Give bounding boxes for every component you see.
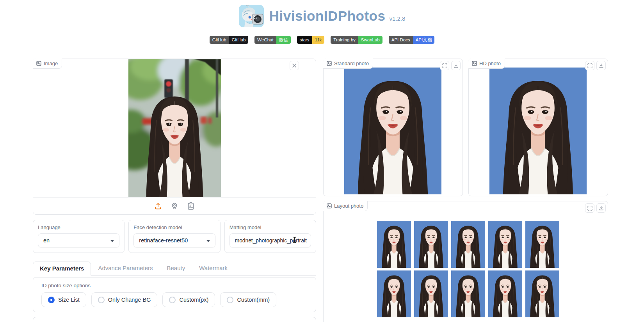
face-model-select[interactable]: retinaface-resnet50 bbox=[133, 233, 215, 247]
text-cursor-pointer bbox=[293, 237, 297, 245]
app-version: v1.2.8 bbox=[389, 15, 405, 22]
clear-image-button[interactable] bbox=[290, 61, 299, 70]
standard-photo-image bbox=[344, 68, 441, 194]
radio-button-icon bbox=[48, 297, 55, 303]
matting-model-selector-panel: Matting model modnet_photographic_portra… bbox=[224, 220, 316, 253]
uploaded-image[interactable] bbox=[33, 59, 316, 197]
layout-grid-photo bbox=[414, 270, 448, 317]
layout-grid-photo bbox=[414, 221, 448, 268]
hd-photo-image bbox=[489, 68, 587, 194]
layout-grid-photo bbox=[451, 270, 485, 317]
hd-photo-panel: HD photo bbox=[468, 59, 608, 196]
badge-github[interactable]: GitHub GitHub bbox=[210, 36, 249, 44]
layout-grid-photo bbox=[525, 270, 559, 317]
size-options-radio-group: Size List Only Change BG Custom(px) Cust… bbox=[41, 292, 308, 307]
fullscreen-icon[interactable] bbox=[440, 61, 449, 70]
radio-button-icon bbox=[169, 297, 176, 303]
badge-wechat[interactable]: WeChat 微信 bbox=[254, 36, 290, 44]
image-panel-label: Image bbox=[33, 59, 62, 69]
tab-watermark[interactable]: Watermark bbox=[192, 261, 235, 275]
image-icon bbox=[36, 61, 41, 66]
language-selector-panel: Language en bbox=[33, 220, 125, 253]
image-icon bbox=[327, 61, 332, 66]
chevron-down-icon bbox=[110, 237, 114, 244]
layout-grid-photo bbox=[377, 270, 411, 317]
image-icon bbox=[472, 61, 477, 66]
language-value: en bbox=[43, 237, 50, 244]
hd-photo-label: HD photo bbox=[468, 59, 505, 69]
standard-photo-label: Standard photo bbox=[323, 59, 373, 69]
fullscreen-icon[interactable] bbox=[585, 203, 594, 213]
layout-grid-photo bbox=[377, 221, 411, 268]
radio-only-change-bg[interactable]: Only Change BG bbox=[91, 292, 158, 307]
radio-button-icon bbox=[98, 297, 105, 303]
radio-button-icon bbox=[227, 297, 233, 303]
language-label: Language bbox=[38, 224, 119, 230]
app-logo-icon bbox=[239, 5, 264, 27]
size-options-label: ID photo size options bbox=[41, 283, 308, 288]
radio-size-list[interactable]: Size List bbox=[41, 292, 86, 307]
badge-api-docs[interactable]: API Docs API文档 bbox=[389, 36, 434, 44]
matting-model-label: Matting model bbox=[229, 224, 311, 230]
tab-key-parameters[interactable]: Key Parameters bbox=[33, 262, 91, 276]
webcam-icon[interactable] bbox=[170, 202, 179, 210]
badge-stars[interactable]: stars 11k bbox=[297, 36, 325, 44]
badge-swanlab[interactable]: Training by SwanLab bbox=[331, 36, 382, 44]
image-icon bbox=[327, 203, 332, 208]
chevron-down-icon bbox=[206, 237, 210, 244]
face-model-selector-panel: Face detection model retinaface-resnet50 bbox=[128, 220, 220, 253]
download-icon[interactable] bbox=[451, 61, 461, 70]
face-model-value: retinaface-resnet50 bbox=[139, 237, 188, 244]
layout-grid-photo bbox=[488, 270, 522, 317]
id-photo-size-options-group: ID photo size options Size List Only Cha… bbox=[33, 277, 316, 312]
matting-model-select[interactable]: modnet_photographic_portrait bbox=[229, 233, 311, 247]
language-select[interactable]: en bbox=[38, 233, 119, 247]
layout-grid-photo bbox=[451, 221, 485, 268]
radio-custom-mm[interactable]: Custom(mm) bbox=[220, 292, 276, 307]
clipboard-paste-icon[interactable] bbox=[187, 202, 195, 210]
tab-advance-parameters[interactable]: Advance Parameters bbox=[91, 261, 160, 275]
layout-photo-panel: Layout photo bbox=[323, 201, 608, 322]
download-icon[interactable] bbox=[596, 203, 606, 213]
app-title-group: HivisionIDPhotos v1.2.8 bbox=[269, 8, 406, 24]
page-title: HivisionIDPhotos bbox=[269, 8, 386, 24]
standard-photo-panel: Standard photo bbox=[323, 59, 463, 196]
model-selector-row: Language en Face detection model retinaf… bbox=[33, 220, 316, 253]
download-icon[interactable] bbox=[596, 61, 606, 70]
face-model-label: Face detection model bbox=[133, 224, 215, 230]
parameter-tabs: Key Parameters Advance Parameters Beauty… bbox=[33, 261, 316, 276]
badge-row: GitHub GitHub WeChat 微信 stars 11k Traini… bbox=[0, 36, 644, 44]
layout-grid-photo bbox=[525, 221, 559, 268]
radio-custom-px[interactable]: Custom(px) bbox=[162, 292, 215, 307]
layout-photo-label: Layout photo bbox=[323, 201, 368, 211]
tab-beauty[interactable]: Beauty bbox=[160, 261, 192, 275]
hivision-idphotos-app: HivisionIDPhotos v1.2.8 GitHub GitHub We… bbox=[0, 0, 644, 322]
app-header: HivisionIDPhotos v1.2.8 bbox=[0, 5, 644, 27]
layout-grid-photo bbox=[488, 221, 522, 268]
fullscreen-icon[interactable] bbox=[585, 61, 594, 70]
next-parameter-group bbox=[33, 317, 316, 322]
layout-photo-grid bbox=[377, 221, 559, 317]
image-upload-panel: Image bbox=[33, 59, 316, 215]
upload-icon[interactable] bbox=[154, 202, 162, 210]
image-source-toolbar bbox=[33, 197, 316, 214]
